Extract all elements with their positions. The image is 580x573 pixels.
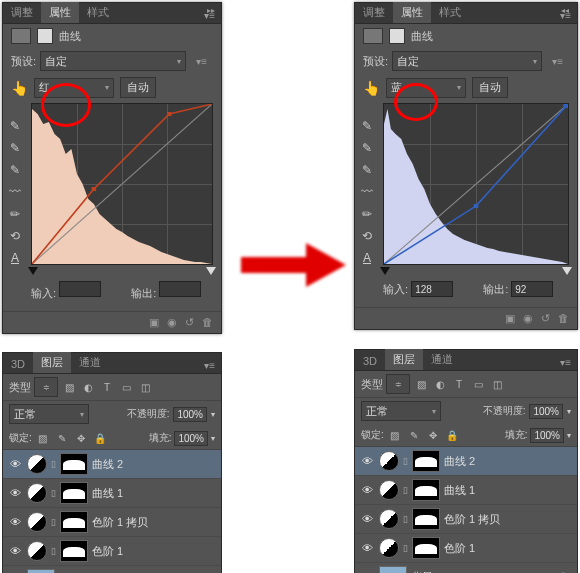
tab-layers[interactable]: 图层 [385, 349, 423, 370]
visibility-icon[interactable]: 👁 [7, 487, 23, 499]
mask-thumb[interactable] [60, 511, 88, 533]
visibility-icon[interactable]: 👁 [359, 513, 375, 525]
tab-properties[interactable]: 属性 [393, 2, 431, 23]
tab-layers[interactable]: 图层 [33, 352, 71, 373]
text-tool-icon[interactable]: A [7, 250, 23, 266]
output-field[interactable] [159, 281, 201, 297]
layer-row[interactable]: 👁▯曲线 2 [355, 447, 577, 476]
lock-position-icon[interactable]: ✥ [73, 430, 89, 446]
view-previous-icon[interactable]: ◉ [167, 316, 177, 329]
lock-transparent-icon[interactable]: ▨ [35, 430, 51, 446]
tab-channels[interactable]: 通道 [71, 352, 109, 373]
text-tool-icon[interactable]: A [359, 250, 375, 266]
filter-shape-icon[interactable]: ▭ [470, 376, 486, 392]
panel-menu-icon[interactable]: ▾≡ [554, 355, 577, 370]
clip-icon[interactable]: ▣ [505, 312, 515, 325]
eyedropper-gray-icon[interactable]: ✎ [7, 140, 23, 156]
layer-row[interactable]: 👁背景🔒 [3, 566, 221, 573]
preset-menu-icon[interactable]: ▾≡ [546, 54, 569, 69]
filter-shape-icon[interactable]: ▭ [118, 379, 134, 395]
lock-position-icon[interactable]: ✥ [425, 427, 441, 443]
smooth-icon[interactable]: ⟲ [7, 228, 23, 244]
layer-row[interactable]: 👁▯色阶 1 拷贝 [355, 505, 577, 534]
filter-adjust-icon[interactable]: ◐ [432, 376, 448, 392]
filter-type-select[interactable]: ≑ [386, 374, 410, 394]
visibility-icon[interactable]: 👁 [359, 484, 375, 496]
tab-styles[interactable]: 样式 [79, 2, 117, 23]
layer-row[interactable]: 👁背景🔒 [355, 563, 577, 573]
eyedropper-black-icon[interactable]: ✎ [7, 118, 23, 134]
lock-paint-icon[interactable]: ✎ [406, 427, 422, 443]
lock-all-icon[interactable]: 🔒 [92, 430, 108, 446]
mask-thumb[interactable] [60, 453, 88, 475]
layer-thumb[interactable] [27, 569, 55, 573]
blend-mode-select[interactable]: 正常▾ [9, 404, 89, 424]
eyedropper-white-icon[interactable]: ✎ [7, 162, 23, 178]
channel-select[interactable]: 红▾ [34, 78, 114, 98]
hand-icon[interactable]: 👆 [11, 80, 28, 96]
fill-field[interactable]: 100% [530, 428, 564, 443]
layer-row[interactable]: 👁▯色阶 1 [3, 537, 221, 566]
filter-smart-icon[interactable]: ◫ [137, 379, 153, 395]
smooth-icon[interactable]: ⟲ [359, 228, 375, 244]
blend-mode-select[interactable]: 正常▾ [361, 401, 441, 421]
layer-row[interactable]: 👁▯色阶 1 [355, 534, 577, 563]
channel-select[interactable]: 蓝▾ [386, 78, 466, 98]
layer-thumb[interactable] [379, 566, 407, 573]
clip-icon[interactable]: ▣ [149, 316, 159, 329]
mask-thumb[interactable] [412, 450, 440, 472]
tab-3d[interactable]: 3D [3, 355, 33, 373]
layer-row[interactable]: 👁▯曲线 2 [3, 450, 221, 479]
mask-thumb[interactable] [60, 540, 88, 562]
tab-properties[interactable]: 属性 [41, 2, 79, 23]
output-field[interactable]: 92 [511, 281, 553, 297]
mask-thumb[interactable] [412, 537, 440, 559]
lock-paint-icon[interactable]: ✎ [54, 430, 70, 446]
preset-select[interactable]: 自定▾ [392, 51, 542, 71]
tab-adjustments[interactable]: 调整 [3, 2, 41, 23]
opacity-field[interactable]: 100% [529, 404, 563, 419]
trash-icon[interactable]: 🗑 [202, 316, 213, 329]
visibility-icon[interactable]: 👁 [359, 455, 375, 467]
visibility-icon[interactable]: 👁 [7, 516, 23, 528]
lock-all-icon[interactable]: 🔒 [444, 427, 460, 443]
curves-graph[interactable] [383, 103, 569, 265]
curves-graph[interactable] [31, 103, 213, 265]
curves-slider[interactable] [31, 267, 213, 277]
input-field[interactable]: 128 [411, 281, 453, 297]
reset-icon[interactable]: ↺ [185, 316, 194, 329]
input-field[interactable] [59, 281, 101, 297]
curve-edit-icon[interactable]: 〰 [7, 184, 23, 200]
layer-row[interactable]: 👁▯色阶 1 拷贝 [3, 508, 221, 537]
mask-icon[interactable] [389, 28, 405, 44]
preset-menu-icon[interactable]: ▾≡ [190, 54, 213, 69]
opacity-field[interactable]: 100% [173, 407, 207, 422]
eyedropper-black-icon[interactable]: ✎ [359, 118, 375, 134]
eyedropper-white-icon[interactable]: ✎ [359, 162, 375, 178]
panel-menu-icon[interactable]: ▾≡ [198, 358, 221, 373]
filter-pixel-icon[interactable]: ▨ [413, 376, 429, 392]
reset-icon[interactable]: ↺ [541, 312, 550, 325]
hand-icon[interactable]: 👆 [363, 80, 380, 96]
layer-row[interactable]: 👁▯曲线 1 [3, 479, 221, 508]
curve-edit-icon[interactable]: 〰 [359, 184, 375, 200]
visibility-icon[interactable]: 👁 [359, 542, 375, 554]
layer-row[interactable]: 👁▯曲线 1 [355, 476, 577, 505]
tab-adjustments[interactable]: 调整 [355, 2, 393, 23]
view-previous-icon[interactable]: ◉ [523, 312, 533, 325]
pencil-icon[interactable]: ✏ [7, 206, 23, 222]
filter-smart-icon[interactable]: ◫ [489, 376, 505, 392]
eyedropper-gray-icon[interactable]: ✎ [359, 140, 375, 156]
filter-adjust-icon[interactable]: ◐ [80, 379, 96, 395]
filter-type-select[interactable]: ≑ [34, 377, 58, 397]
tab-styles[interactable]: 样式 [431, 2, 469, 23]
pencil-icon[interactable]: ✏ [359, 206, 375, 222]
visibility-icon[interactable]: 👁 [7, 545, 23, 557]
tab-channels[interactable]: 通道 [423, 349, 461, 370]
auto-button[interactable]: 自动 [120, 77, 156, 98]
mask-thumb[interactable] [412, 508, 440, 530]
mask-thumb[interactable] [412, 479, 440, 501]
visibility-icon[interactable]: 👁 [7, 458, 23, 470]
filter-pixel-icon[interactable]: ▨ [61, 379, 77, 395]
curves-slider[interactable] [383, 267, 569, 277]
